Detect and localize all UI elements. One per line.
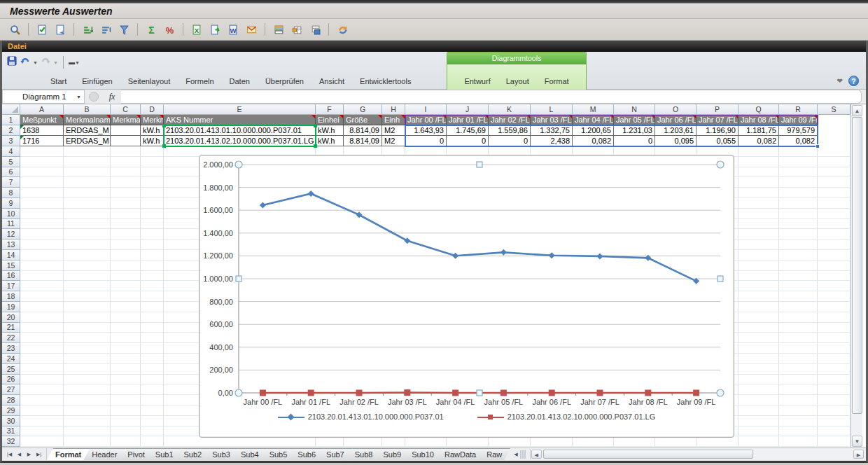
cell-H2[interactable]: M2 bbox=[382, 125, 405, 136]
cell-D2[interactable]: kW.h bbox=[141, 125, 164, 136]
legend-item[interactable]: 2103.20.01.413.02.10.000.000.P037.01.LG bbox=[477, 412, 656, 421]
row-header-9[interactable]: 9 bbox=[2, 198, 20, 209]
first-sheet-icon[interactable]: |◀ bbox=[5, 452, 14, 457]
row-header-10[interactable]: 10 bbox=[2, 209, 20, 219]
row-header-21[interactable]: 21 bbox=[2, 323, 20, 333]
previous-sheet-icon[interactable]: ◀ bbox=[15, 452, 24, 457]
cell-K1[interactable]: Jahr 02 /FL bbox=[489, 115, 531, 125]
cell-Q3[interactable]: 0,082 bbox=[738, 136, 779, 146]
cell-L3[interactable]: 2,438 bbox=[531, 136, 573, 146]
cell-N2[interactable]: 1.231,03 bbox=[614, 125, 655, 136]
sheet-tab-rawdata[interactable]: RawData bbox=[436, 448, 484, 460]
row-header-15[interactable]: 15 bbox=[2, 261, 20, 271]
row-header-26[interactable]: 26 bbox=[2, 375, 20, 385]
cell-O2[interactable]: 1.203,61 bbox=[655, 125, 696, 136]
cell-P2[interactable]: 1.196,90 bbox=[696, 125, 738, 136]
cell-E1[interactable]: AKS Nummer bbox=[164, 115, 316, 125]
cell-J2[interactable]: 1.745,69 bbox=[447, 125, 489, 136]
name-box-caret-icon[interactable]: ▼ bbox=[76, 95, 81, 99]
row-header-11[interactable]: 11 bbox=[2, 219, 20, 230]
sum-icon[interactable]: Σ bbox=[144, 22, 159, 37]
formula-input[interactable] bbox=[121, 90, 862, 104]
column-header-G[interactable]: G bbox=[344, 104, 382, 115]
cell-C1[interactable]: Merkma bbox=[111, 115, 141, 125]
cell-O1[interactable]: Jahr 06 /FL bbox=[655, 115, 696, 125]
ribbon-tab-einfügen[interactable]: Einfügen bbox=[74, 74, 120, 89]
change-layout-icon[interactable] bbox=[289, 22, 304, 37]
cell-N3[interactable]: 0 bbox=[614, 136, 655, 146]
column-header-M[interactable]: M bbox=[573, 104, 614, 115]
row-header-20[interactable]: 20 bbox=[2, 312, 20, 323]
redo-icon[interactable] bbox=[40, 55, 51, 69]
next-sheet-icon[interactable]: ▶ bbox=[24, 452, 34, 457]
legend-item[interactable]: 2103.20.01.413.01.10.000.000.P037.01 bbox=[278, 412, 444, 421]
cell-F3[interactable]: kW.h bbox=[316, 136, 344, 146]
row-header-2[interactable]: 2 bbox=[2, 125, 20, 136]
row-header-8[interactable]: 8 bbox=[2, 188, 20, 198]
column-header-A[interactable]: A bbox=[20, 104, 64, 115]
scroll-right-icon[interactable]: ▶ bbox=[853, 450, 864, 459]
column-header-E[interactable]: E bbox=[164, 104, 316, 115]
report-open-icon[interactable] bbox=[52, 22, 68, 37]
cell-M1[interactable]: Jahr 04 /FL bbox=[573, 115, 614, 125]
vertical-scrollbar-thumb[interactable] bbox=[852, 117, 862, 414]
row-header-17[interactable]: 17 bbox=[2, 281, 20, 291]
name-box[interactable]: Diagramm 1 ▼ bbox=[2, 90, 85, 104]
sheet-tab-header[interactable]: Header bbox=[83, 448, 125, 460]
row-header-32[interactable]: 32 bbox=[2, 436, 20, 447]
row-header-23[interactable]: 23 bbox=[2, 343, 20, 354]
cell-D1[interactable]: Merkm bbox=[141, 115, 164, 125]
sort-ascending-icon[interactable] bbox=[80, 22, 95, 37]
excel-export-icon[interactable]: X bbox=[189, 22, 204, 37]
column-header-C[interactable]: C bbox=[111, 104, 141, 115]
undo-menu-caret[interactable]: ▼ bbox=[33, 60, 38, 65]
file-menu-button[interactable]: Datei bbox=[2, 42, 27, 50]
customize-quick-access-icon[interactable]: ▬▼ bbox=[69, 59, 80, 66]
cell-J3[interactable]: 0 bbox=[447, 136, 489, 146]
column-header-N[interactable]: N bbox=[614, 104, 655, 115]
row-header-7[interactable]: 7 bbox=[2, 177, 20, 188]
embedded-chart[interactable]: 0,00200,00400,00600,00800,001.000,001.20… bbox=[199, 155, 734, 438]
cell-K3[interactable]: 0 bbox=[489, 136, 531, 146]
minimize-ribbon-icon[interactable]: ❤ bbox=[837, 77, 843, 85]
cell-L2[interactable]: 1.332,75 bbox=[531, 125, 573, 136]
column-header-D[interactable]: D bbox=[141, 104, 164, 115]
cell-M3[interactable]: 0,082 bbox=[573, 136, 614, 146]
help-icon[interactable]: ? bbox=[848, 76, 859, 86]
filter-icon[interactable] bbox=[116, 22, 132, 37]
column-header-R[interactable]: R bbox=[779, 104, 818, 115]
cell-I1[interactable]: Jahr 00 /FL bbox=[405, 115, 447, 125]
row-header-1[interactable]: 1 bbox=[2, 115, 20, 125]
ribbon-tab-seitenlayout[interactable]: Seitenlayout bbox=[120, 74, 178, 89]
cell-A3[interactable]: 1716 bbox=[20, 136, 64, 146]
row-header-3[interactable]: 3 bbox=[2, 136, 20, 146]
cell-N1[interactable]: Jahr 05 /FL bbox=[614, 115, 655, 125]
sheet-tab-sub10[interactable]: Sub10 bbox=[403, 448, 442, 460]
column-header-H[interactable]: H bbox=[382, 104, 405, 115]
column-header-K[interactable]: K bbox=[489, 104, 531, 115]
mail-send-icon[interactable] bbox=[244, 22, 259, 37]
cell-K2[interactable]: 1.559,86 bbox=[489, 125, 531, 136]
cell-A1[interactable]: Meßpunkt bbox=[20, 115, 64, 125]
ribbon-tab-format[interactable]: Format bbox=[537, 74, 577, 89]
row-header-19[interactable]: 19 bbox=[2, 302, 20, 312]
column-header-L[interactable]: L bbox=[531, 104, 573, 115]
cell-R3[interactable]: 0,082 bbox=[779, 136, 818, 146]
word-export-icon[interactable]: W bbox=[225, 22, 241, 37]
find-details-icon[interactable] bbox=[7, 22, 22, 37]
cell-J1[interactable]: Jahr 01 /FL bbox=[447, 115, 489, 125]
sheet-tab-format[interactable]: Format bbox=[47, 448, 90, 460]
last-sheet-icon[interactable]: ▶| bbox=[34, 452, 43, 457]
report-check-icon[interactable] bbox=[34, 22, 50, 37]
cell-B3[interactable]: ERDGAS_M bbox=[64, 136, 111, 146]
cell-B2[interactable]: ERDGAS_M bbox=[64, 125, 111, 136]
vertical-scrollbar[interactable]: ▲ ▼ bbox=[850, 104, 862, 447]
data-export-icon[interactable] bbox=[207, 22, 223, 37]
save-icon[interactable] bbox=[6, 55, 18, 69]
ribbon-tab-formeln[interactable]: Formeln bbox=[178, 74, 221, 89]
ribbon-tab-entwicklertools[interactable]: Entwicklertools bbox=[352, 74, 419, 89]
row-header-28[interactable]: 28 bbox=[2, 395, 20, 405]
column-header-F[interactable]: F bbox=[316, 104, 344, 115]
save-layout-icon[interactable] bbox=[307, 22, 323, 37]
redo-menu-caret[interactable]: ▼ bbox=[53, 60, 58, 65]
